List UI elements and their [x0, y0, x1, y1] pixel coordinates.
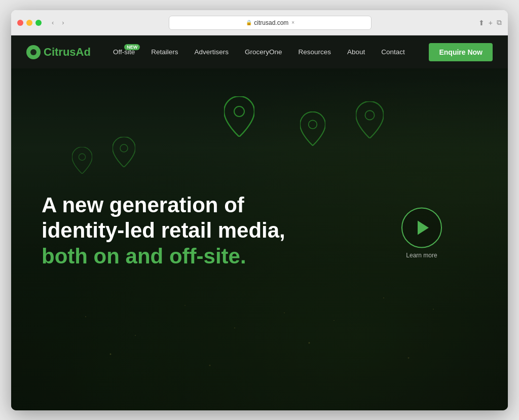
- logo-ad: Ad: [76, 46, 91, 58]
- hero-headline: A new generation of identity-led retail …: [42, 193, 285, 269]
- forward-button[interactable]: ›: [60, 18, 66, 27]
- hero-line2: identity-led retail media,: [42, 219, 285, 243]
- svg-point-3: [365, 110, 374, 120]
- map-pin-3: [113, 137, 135, 167]
- logo-icon: [26, 45, 41, 59]
- tabs-icon[interactable]: ⧉: [497, 18, 502, 27]
- new-tab-icon[interactable]: +: [489, 19, 493, 27]
- browser-controls: ‹ ›: [50, 18, 66, 27]
- url-text: citrusad.com: [254, 19, 288, 26]
- logo-citrus: Citrus: [44, 46, 76, 58]
- nav-item-advertisers[interactable]: Advertisers: [187, 45, 236, 59]
- new-badge: New: [124, 44, 140, 50]
- svg-point-1: [309, 120, 317, 129]
- nav-item-about[interactable]: About: [340, 45, 372, 59]
- nav-item-resources[interactable]: Resources: [291, 45, 339, 59]
- maximize-button[interactable]: [35, 20, 42, 26]
- address-bar[interactable]: 🔒 citrusad.com ×: [169, 16, 372, 30]
- hero-section: A new generation of identity-led retail …: [42, 193, 285, 273]
- map-pin-1: [224, 96, 254, 137]
- hero-dot: .: [240, 244, 246, 268]
- svg-point-0: [234, 106, 244, 117]
- back-button[interactable]: ‹: [50, 18, 56, 27]
- play-label: Learn more: [406, 252, 437, 259]
- navigation: CitrusAd Off-site New Retailers Advertis…: [11, 35, 508, 68]
- browser-window: ‹ › 🔒 citrusad.com × ⬆ + ⧉: [11, 10, 508, 410]
- close-button[interactable]: [17, 20, 23, 26]
- close-tab-icon[interactable]: ×: [291, 20, 294, 25]
- play-button-container[interactable]: Learn more: [401, 207, 442, 259]
- minimize-button[interactable]: [26, 20, 32, 26]
- nav-item-groceryone[interactable]: GroceryOne: [238, 45, 289, 59]
- nav-item-retailers[interactable]: Retailers: [144, 45, 185, 59]
- nav-item-offsite[interactable]: Off-site New: [106, 45, 142, 59]
- map-pin-4: [356, 101, 384, 138]
- map-pin-2: [300, 111, 325, 146]
- browser-actions: ⬆ + ⧉: [478, 18, 502, 27]
- svg-point-2: [120, 144, 128, 152]
- hero-line1: A new generation of: [42, 193, 244, 217]
- security-icon: 🔒: [246, 20, 252, 25]
- browser-chrome: ‹ › 🔒 citrusad.com × ⬆ + ⧉: [11, 10, 508, 35]
- logo-text: CitrusAd: [44, 46, 91, 59]
- nav-item-contact[interactable]: Contact: [374, 45, 412, 59]
- play-icon: [418, 220, 429, 235]
- nav-links: Off-site New Retailers Advertisers Groce…: [106, 45, 429, 59]
- map-pin-5: [72, 147, 92, 174]
- svg-point-4: [79, 154, 85, 160]
- traffic-lights: [17, 20, 42, 26]
- play-circle[interactable]: [401, 207, 442, 248]
- logo[interactable]: CitrusAd: [26, 45, 91, 59]
- website-content: CitrusAd Off-site New Retailers Advertis…: [11, 35, 508, 410]
- hero-line3-green: both on and off-site: [42, 244, 240, 268]
- share-icon[interactable]: ⬆: [478, 19, 485, 27]
- tab-bar: 🔒 citrusad.com ×: [75, 16, 466, 30]
- enquire-now-button[interactable]: Enquire Now: [429, 43, 493, 61]
